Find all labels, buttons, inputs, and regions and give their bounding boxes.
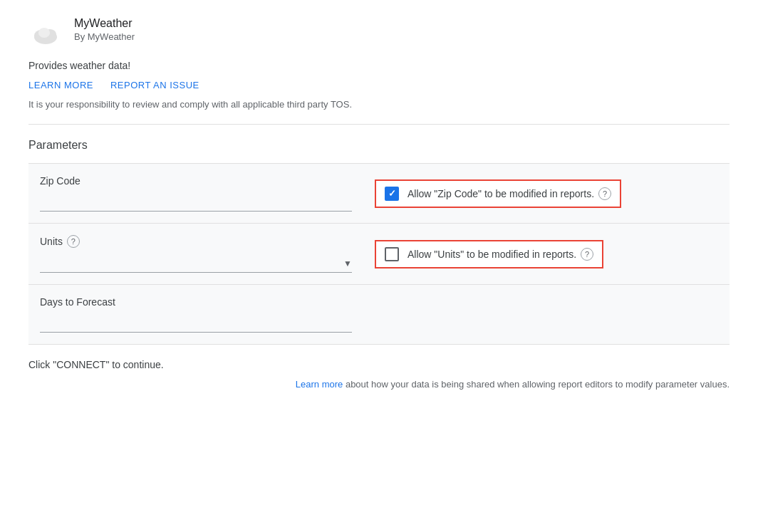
- checkmark-icon: ✓: [388, 189, 396, 198]
- units-label: Units ?: [40, 235, 352, 248]
- footer-connect-text: Click "CONNECT" to continue.: [28, 359, 730, 370]
- dropdown-arrow-icon: ▼: [343, 259, 352, 268]
- report-issue-button[interactable]: REPORT AN ISSUE: [110, 80, 199, 90]
- zip-code-input[interactable]: [40, 194, 352, 211]
- svg-point-3: [38, 28, 50, 38]
- links-row: LEARN MORE REPORT AN ISSUE: [28, 80, 730, 90]
- units-allow-wrapper: Allow "Units" to be modified in reports.…: [375, 240, 603, 268]
- days-to-forecast-input[interactable]: [40, 315, 352, 332]
- param-row-units: Units ? Metric Imperial ▼: [28, 224, 730, 285]
- units-help-icon[interactable]: ?: [67, 235, 80, 248]
- units-select-wrapper: Metric Imperial ▼: [40, 255, 352, 273]
- section-divider: [28, 124, 730, 125]
- zip-code-allow-label: Allow "Zip Code" to be modified in repor…: [407, 187, 611, 200]
- footer-note-text: about how your data is being shared when…: [346, 379, 730, 390]
- parameters-table: Zip Code ✓ Allow "Zip Code" to be modifi…: [28, 163, 730, 345]
- learn-more-button[interactable]: LEARN MORE: [28, 80, 93, 90]
- page-container: MyWeather By MyWeather Provides weather …: [0, 0, 758, 407]
- days-to-forecast-input-wrapper: [40, 315, 352, 333]
- app-title: MyWeather: [74, 17, 135, 30]
- param-row-zip-code: Zip Code ✓ Allow "Zip Code" to be modifi…: [28, 163, 730, 224]
- units-allow-help-icon[interactable]: ?: [581, 248, 593, 261]
- param-row-days-to-forecast: Days to Forecast: [28, 285, 730, 345]
- zip-code-right: ✓ Allow "Zip Code" to be modified in rep…: [363, 164, 730, 223]
- app-icon: [28, 17, 63, 51]
- zip-code-left: Zip Code: [28, 164, 363, 223]
- days-to-forecast-right: [363, 285, 730, 344]
- units-left: Units ? Metric Imperial ▼: [28, 224, 363, 284]
- days-to-forecast-label: Days to Forecast: [40, 296, 352, 308]
- zip-code-input-wrapper: [40, 194, 352, 212]
- parameters-section-title: Parameters: [28, 139, 730, 152]
- footer-note: Learn more about how your data is being …: [28, 379, 730, 390]
- units-right: Allow "Units" to be modified in reports.…: [363, 224, 730, 284]
- app-subtitle: By MyWeather: [74, 31, 135, 42]
- days-to-forecast-left: Days to Forecast: [28, 285, 363, 344]
- app-description: Provides weather data!: [28, 60, 730, 71]
- app-header: MyWeather By MyWeather: [28, 17, 730, 51]
- units-select[interactable]: Metric Imperial: [40, 258, 343, 269]
- app-info: MyWeather By MyWeather: [74, 17, 135, 42]
- zip-code-label: Zip Code: [40, 175, 352, 187]
- footer-learn-more-link[interactable]: Learn more: [296, 379, 343, 390]
- units-allow-label: Allow "Units" to be modified in reports.…: [407, 248, 593, 261]
- units-checkbox[interactable]: [385, 247, 399, 261]
- zip-code-checkbox[interactable]: ✓: [385, 187, 399, 201]
- tos-text: It is your responsibility to review and …: [28, 99, 730, 110]
- zip-code-help-icon[interactable]: ?: [598, 187, 611, 200]
- zip-code-allow-wrapper: ✓ Allow "Zip Code" to be modified in rep…: [375, 179, 621, 208]
